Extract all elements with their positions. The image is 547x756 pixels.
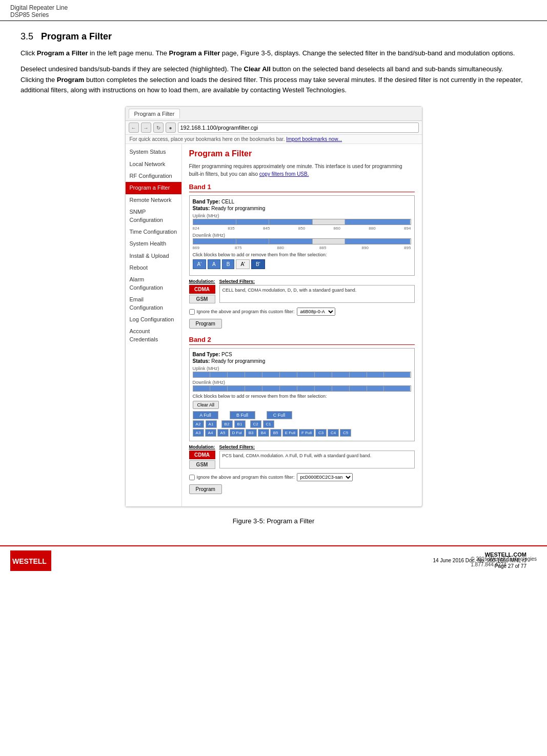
band2-status-row: Status: Ready for programming	[193, 358, 411, 364]
band1-type-value: CELL	[221, 199, 234, 205]
section-heading: Program a Filter	[41, 31, 112, 42]
band1-block-a-prime[interactable]: A'	[193, 259, 207, 269]
band1-info-box: Band Type: CELL Status: Ready for progra…	[189, 195, 415, 276]
band2-b4[interactable]: B4	[258, 429, 269, 437]
section-number: 3.5	[21, 31, 33, 42]
band2-uplink-bar	[193, 372, 411, 378]
page-title: Program a Filter	[189, 149, 415, 158]
band2-b1[interactable]: B1	[234, 420, 246, 428]
band2-program-button[interactable]: Program	[189, 484, 222, 494]
sidebar-item-program-a-filter[interactable]: Program a Filter	[126, 182, 181, 194]
sidebar-item-alarm-configuration[interactable]: Alarm Configuration	[126, 274, 181, 294]
footer-right-info: WESTELL.COM 14 June 2016 Doc. No. 960-16…	[433, 551, 526, 569]
band1-custom-filter-label: Ignore the above and program this custom…	[197, 309, 295, 314]
band2-section: Band 2 Band Type: PCS Status: Ready for …	[189, 336, 415, 494]
band2-modulation-container: Modulation: CDMA GSM	[189, 444, 215, 469]
band1-mod-buttons: CDMA GSM	[189, 285, 215, 303]
band2-clear-all-button[interactable]: Clear All	[193, 401, 219, 409]
band2-cdma-button[interactable]: CDMA	[189, 451, 215, 459]
band2-a2[interactable]: A2	[193, 420, 204, 428]
westell-website: WESTELL.COM	[433, 551, 526, 558]
band2-custom-filter-select[interactable]: pcD000E0C2C3-san	[297, 473, 353, 481]
browser-window: Program a Filter ← → ↻ ● For quick acces…	[125, 106, 422, 507]
sidebar-item-install-upload[interactable]: Install & Upload	[126, 250, 181, 262]
sidebar-item-reboot[interactable]: Reboot	[126, 262, 181, 274]
band1-modulation-label: Modulation:	[189, 279, 215, 284]
band1-cdma-button[interactable]: CDMA	[189, 285, 215, 294]
band2-b2[interactable]: B2	[221, 420, 233, 428]
sidebar-item-time-configuration[interactable]: Time Configuration	[126, 226, 181, 238]
main-content: 3.5 Program a Filter Click Program a Fil…	[0, 21, 547, 545]
address-bar[interactable]	[178, 122, 419, 133]
westell-logo: WESTELL	[10, 550, 51, 573]
band1-selected-filters-box: Selected Filters: CELL band, CDMA modula…	[219, 279, 415, 303]
intro-paragraph-1: Click Program a Filter in the left page …	[21, 48, 526, 59]
band2-filter-row1: A Full B Full C Full	[193, 411, 411, 419]
band1-program-button[interactable]: Program	[189, 319, 222, 329]
band2-a-full[interactable]: A Full	[193, 411, 218, 419]
band1-block-a[interactable]: A	[208, 259, 220, 269]
band2-b5[interactable]: B5	[270, 429, 281, 437]
band2-b-full[interactable]: B Full	[230, 411, 255, 419]
band2-a4[interactable]: A4	[205, 429, 216, 437]
sidebar-item-local-network[interactable]: Local Network	[126, 158, 181, 170]
band1-block-b[interactable]: B	[222, 259, 235, 269]
band2-c-full[interactable]: C Full	[267, 411, 292, 419]
sidebar-item-system-health[interactable]: System Health	[126, 238, 181, 250]
band2-mod-buttons: CDMA GSM	[189, 451, 215, 469]
band2-a5[interactable]: A5	[217, 429, 229, 437]
band1-modulation-section: Modulation: CDMA GSM Selected Filters: C…	[189, 279, 415, 303]
sidebar-item-account-credentials[interactable]: Account Credentials	[126, 325, 181, 345]
band1-gsm-button[interactable]: GSM	[189, 295, 215, 303]
band1-block-b-prime[interactable]: B'	[251, 259, 265, 269]
browser-tab[interactable]: Program a Filter	[129, 109, 180, 118]
band2-info-box: Band Type: PCS Status: Ready for program…	[189, 348, 415, 441]
copy-filters-link[interactable]: copy filters from USB.	[259, 171, 309, 177]
band2-a3[interactable]: A3	[193, 429, 204, 437]
refresh-button[interactable]: ↻	[153, 122, 164, 133]
sidebar-item-snmp-configuration[interactable]: SNMP Configuration	[126, 206, 181, 226]
browser-tab-bar: Program a Filter	[126, 107, 422, 121]
band2-gsm-button[interactable]: GSM	[189, 460, 215, 469]
band2-click-blocks-label: Click blocks below to add or remove them…	[193, 394, 411, 399]
band2-f-full[interactable]: F Full	[299, 429, 314, 437]
back-button[interactable]: ←	[129, 122, 139, 133]
band2-a1[interactable]: A1	[206, 420, 217, 428]
forward-button[interactable]: →	[141, 122, 151, 133]
sidebar-item-remote-network[interactable]: Remote Network	[126, 194, 181, 206]
westell-logo-svg: WESTELL	[10, 550, 51, 571]
import-bookmarks-link[interactable]: Import bookmarks now...	[286, 136, 342, 142]
sidebar-item-system-status[interactable]: System Status	[126, 146, 181, 158]
band2-title: Band 2	[189, 336, 415, 345]
sidebar-item-log-configuration[interactable]: Log Configuration	[126, 314, 181, 325]
sidebar-item-rf-configuration[interactable]: RF Configuration	[126, 170, 181, 182]
band2-c3[interactable]: C3	[315, 429, 327, 437]
doc-info: 14 June 2016 Doc. No. 960-1666-MNL rJ	[433, 558, 526, 563]
band1-section: Band 1 Band Type: CELL Status: Ready for…	[189, 183, 415, 329]
band2-modulation-label: Modulation:	[189, 444, 215, 449]
band2-downlink-spectrum: Downlink (MHz)	[193, 380, 411, 392]
band2-d-full[interactable]: D Ful	[230, 429, 245, 437]
band2-c4[interactable]: C4	[328, 429, 339, 437]
band1-custom-filter-checkbox[interactable]	[189, 309, 195, 315]
band2-c1[interactable]: C1	[263, 420, 274, 428]
section-title: 3.5 Program a Filter	[21, 31, 526, 42]
band2-b3[interactable]: B3	[246, 429, 257, 437]
home-button[interactable]: ●	[166, 122, 176, 133]
doc-footer: WESTELL © 2016 Westell Technologies 1.87…	[0, 545, 547, 577]
bookmarks-bar: For quick access, place your bookmarks h…	[126, 135, 422, 144]
band1-filter-blocks: A' A B A' B'	[193, 259, 411, 269]
browser-nav-bar: ← → ↻ ●	[126, 121, 422, 135]
band2-e-full[interactable]: E Full	[282, 429, 298, 437]
band1-selected-filters-label: Selected Filters:	[219, 279, 415, 284]
band1-selected-filters-text: CELL band, CDMA modulation, D, D, with a…	[219, 285, 415, 303]
band2-c2[interactable]: C2	[250, 420, 261, 428]
band1-title: Band 1	[189, 183, 415, 192]
page-content-area: Program a Filter Filter programming requ…	[182, 144, 422, 506]
sidebar-item-email-configuration[interactable]: Email Configuration	[126, 294, 181, 314]
band1-custom-filter-select[interactable]: a6B08p-0-A	[297, 308, 335, 316]
doc-header: Digital Repeater Line DSP85 Series	[0, 0, 547, 21]
band2-c5[interactable]: C5	[340, 429, 351, 437]
band2-custom-filter-checkbox[interactable]	[189, 475, 195, 480]
band1-block-a-prime2[interactable]: A'	[236, 259, 250, 269]
